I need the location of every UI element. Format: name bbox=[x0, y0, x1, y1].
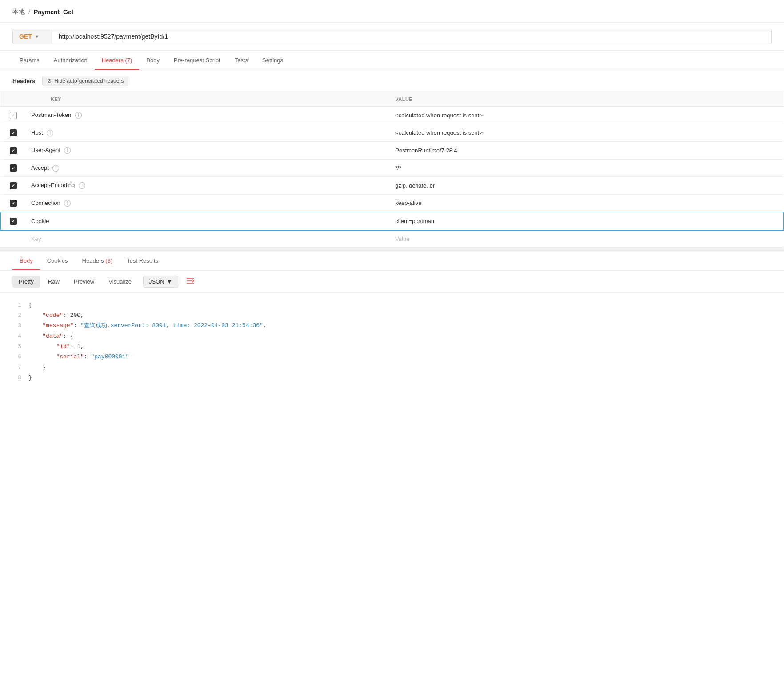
key-label: Accept-Encoding bbox=[31, 182, 75, 188]
json-line: 1 { bbox=[12, 300, 772, 310]
method-chevron-icon: ▼ bbox=[35, 34, 40, 39]
td-key[interactable]: User-Agent i bbox=[24, 142, 388, 160]
tab-params[interactable]: Params bbox=[12, 51, 47, 70]
json-line: 5 "id": 1, bbox=[12, 341, 772, 352]
tab-tests[interactable]: Tests bbox=[228, 51, 255, 70]
td-value: <calculated when request is sent> bbox=[388, 124, 784, 142]
td-value-cookie: client=postman bbox=[388, 212, 784, 230]
json-line: 6 "serial": "pay000001" bbox=[12, 352, 772, 362]
breadcrumb-separator: / bbox=[28, 8, 30, 16]
td-check bbox=[0, 142, 24, 160]
format-raw-button[interactable]: Raw bbox=[42, 276, 66, 288]
key-label: Accept bbox=[31, 164, 49, 171]
format-visualize-button[interactable]: Visualize bbox=[102, 276, 138, 288]
format-pretty-button[interactable]: Pretty bbox=[12, 276, 40, 288]
json-content: "message": "查询成功,serverPort: 8001, time:… bbox=[28, 320, 267, 331]
th-key: KEY bbox=[24, 92, 388, 107]
td-check bbox=[0, 212, 24, 230]
table-row: Host i <calculated when request is sent> bbox=[0, 124, 784, 142]
request-tabs-bar: Params Authorization Headers (7) Body Pr… bbox=[0, 51, 784, 70]
method-select[interactable]: GET ▼ bbox=[12, 29, 52, 44]
info-icon[interactable]: i bbox=[52, 165, 59, 172]
key-label: Postman-Token bbox=[31, 112, 71, 118]
hide-icon: ⊘ bbox=[47, 78, 52, 84]
headers-table: KEY VALUE Postman-Token i <calculated wh… bbox=[0, 92, 784, 248]
td-key[interactable]: Accept i bbox=[24, 159, 388, 177]
table-row-placeholder: Key Value bbox=[0, 230, 784, 248]
headers-section-title: Headers bbox=[12, 78, 35, 84]
wrap-lines-button[interactable] bbox=[183, 275, 198, 288]
checkbox-partial[interactable] bbox=[10, 112, 17, 119]
table-header-row: KEY VALUE bbox=[0, 92, 784, 107]
checkbox-checked[interactable] bbox=[10, 218, 17, 225]
td-key[interactable]: Accept-Encoding i bbox=[24, 177, 388, 195]
line-number: 4 bbox=[12, 331, 21, 341]
checkbox-checked[interactable] bbox=[10, 200, 17, 207]
tab-headers[interactable]: Headers (7) bbox=[95, 51, 140, 70]
response-tab-body[interactable]: Body bbox=[12, 251, 40, 270]
response-tab-test-results[interactable]: Test Results bbox=[120, 251, 165, 270]
json-line: 4 "data": { bbox=[12, 331, 772, 341]
format-preview-button[interactable]: Preview bbox=[68, 276, 100, 288]
checkbox-checked[interactable] bbox=[10, 164, 17, 172]
json-content: "id": 1, bbox=[28, 341, 84, 352]
json-content: "data": { bbox=[28, 331, 73, 341]
tab-authorization[interactable]: Authorization bbox=[47, 51, 95, 70]
json-content: } bbox=[28, 373, 32, 383]
json-content: } bbox=[28, 362, 46, 373]
td-check bbox=[0, 107, 24, 124]
table-row: Postman-Token i <calculated when request… bbox=[0, 107, 784, 124]
response-tab-headers[interactable]: Headers (3) bbox=[75, 251, 120, 270]
tab-body[interactable]: Body bbox=[139, 51, 167, 70]
td-check bbox=[0, 124, 24, 142]
info-icon[interactable]: i bbox=[64, 147, 71, 154]
breadcrumb-parent[interactable]: 本地 bbox=[12, 8, 25, 16]
td-value: keep-alive bbox=[388, 194, 784, 212]
tab-pre-request-script[interactable]: Pre-request Script bbox=[167, 51, 228, 70]
checkbox-checked[interactable] bbox=[10, 147, 17, 154]
table-row-cookie: Cookie client=postman bbox=[0, 212, 784, 230]
checkbox-checked[interactable] bbox=[10, 129, 17, 136]
response-tab-cookies[interactable]: Cookies bbox=[40, 251, 75, 270]
line-number: 2 bbox=[12, 310, 21, 320]
body-toolbar: Pretty Raw Preview Visualize JSON ▼ bbox=[0, 271, 784, 293]
json-line: 3 "message": "查询成功,serverPort: 8001, tim… bbox=[12, 320, 772, 331]
json-chevron-icon: ▼ bbox=[167, 278, 172, 285]
headers-section-header: Headers ⊘ Hide auto-generated headers bbox=[0, 70, 784, 92]
td-key-placeholder[interactable]: Key bbox=[24, 230, 388, 248]
info-icon[interactable]: i bbox=[79, 182, 85, 189]
url-input[interactable] bbox=[52, 29, 772, 44]
line-number: 8 bbox=[12, 373, 21, 383]
td-key[interactable]: Postman-Token i bbox=[24, 107, 388, 124]
table-row: User-Agent i PostmanRuntime/7.28.4 bbox=[0, 142, 784, 160]
wrap-icon bbox=[186, 277, 194, 284]
key-label: Host bbox=[31, 129, 43, 136]
line-number: 1 bbox=[12, 300, 21, 310]
line-number: 6 bbox=[12, 352, 21, 362]
line-number: 5 bbox=[12, 341, 21, 352]
info-icon[interactable]: i bbox=[47, 130, 53, 136]
td-key-cookie[interactable]: Cookie bbox=[24, 212, 388, 230]
json-format-select[interactable]: JSON ▼ bbox=[143, 276, 178, 288]
hide-autogenerated-button[interactable]: ⊘ Hide auto-generated headers bbox=[42, 76, 128, 86]
td-check bbox=[0, 177, 24, 195]
json-line: 2 "code": 200, bbox=[12, 310, 772, 320]
line-number: 7 bbox=[12, 362, 21, 373]
breadcrumb: 本地 / Payment_Get bbox=[0, 0, 784, 23]
th-value: VALUE bbox=[388, 92, 784, 107]
tab-settings[interactable]: Settings bbox=[255, 51, 290, 70]
td-key[interactable]: Connection i bbox=[24, 194, 388, 212]
key-label: Connection bbox=[31, 200, 60, 206]
section-divider bbox=[0, 248, 784, 251]
info-icon[interactable]: i bbox=[64, 200, 71, 207]
json-content: "code": 200, bbox=[28, 310, 84, 320]
td-value-placeholder[interactable]: Value bbox=[388, 230, 784, 248]
checkbox-checked[interactable] bbox=[10, 182, 17, 189]
info-icon[interactable]: i bbox=[75, 112, 82, 119]
table-row: Accept-Encoding i gzip, deflate, br bbox=[0, 177, 784, 195]
json-line: 8 } bbox=[12, 373, 772, 383]
method-label: GET bbox=[19, 33, 32, 40]
td-check bbox=[0, 194, 24, 212]
td-key[interactable]: Host i bbox=[24, 124, 388, 142]
key-placeholder-label: Key bbox=[31, 236, 41, 242]
